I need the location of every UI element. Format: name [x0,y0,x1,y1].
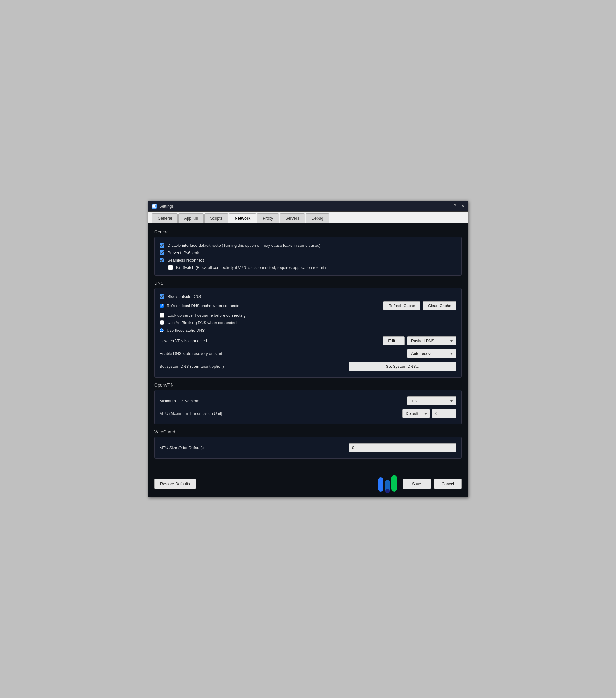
tls-version-label: Minimum TLS version: [159,399,199,403]
mtu-dropdown[interactable]: Default Custom [402,409,430,418]
refresh-dns-left: Refresh local DNS cache when connected [159,303,242,308]
dns-section-title: DNS [154,281,462,285]
tab-bar: General App Kill Scripts Network Proxy S… [148,212,468,223]
ad-blocking-dns-radio[interactable] [159,320,165,325]
title-bar-controls: ? × [454,203,464,209]
app-icon [152,204,157,209]
static-dns-label: Use these static DNS [167,328,205,333]
bottom-bar: Restore Defaults Save Cancel [148,470,468,497]
tab-app-kill[interactable]: App Kill [178,213,204,223]
tab-debug[interactable]: Debug [306,213,329,223]
lookup-hostname-row: Look up server hostname before connectin… [159,311,457,319]
dns-cache-buttons: Refresh Cache Clean Cache [383,301,457,310]
tab-servers[interactable]: Servers [280,213,305,223]
settings-window: Settings ? × General App Kill Scripts Ne… [148,200,468,498]
block-dns-label: Block outside DNS [168,294,201,299]
dns-recovery-label: Enable DNS state recovery on start [159,351,222,356]
edit-dns-button[interactable]: Edit ... [383,336,405,345]
when-connected-controls: Edit ... Pushed DNS Custom DNS 1 Custom … [383,336,457,345]
dns-recovery-dropdown[interactable]: Auto recover Manual Disabled [407,349,457,358]
tab-network[interactable]: Network [229,213,256,223]
block-dns-checkbox[interactable] [159,294,165,299]
static-dns-row: Use these static DNS [159,326,457,335]
when-connected-row: - when VPN is connected Edit ... Pushed … [159,335,457,347]
refresh-cache-button[interactable]: Refresh Cache [383,301,420,310]
mtu-controls: Default Custom [402,409,457,418]
wireguard-mtu-row: MTU Size (0 for Default): [159,442,457,454]
general-section-title: General [154,229,462,234]
svg-rect-1 [153,205,155,207]
ad-blocking-dns-row: Use Ad Blocking DNS when connected [159,319,457,326]
kill-switch-label: Kill Switch (Block all connectivity if V… [176,265,326,270]
title-bar-left: Settings [152,204,174,209]
wireguard-section-title: WireGuard [154,429,462,434]
help-button[interactable]: ? [454,203,457,209]
kill-switch-checkbox[interactable] [168,265,173,270]
disable-route-label: Disable interface default route (Turning… [168,243,320,248]
wireguard-section-box: MTU Size (0 for Default): [154,437,462,459]
tab-scripts[interactable]: Scripts [204,213,228,223]
cancel-button[interactable]: Cancel [434,479,462,489]
tls-version-dropdown[interactable]: 1.3 1.2 1.1 [407,396,457,405]
dns-recovery-row: Enable DNS state recovery on start Auto … [159,347,457,360]
dns-section-box: Block outside DNS Refresh local DNS cach… [154,288,462,378]
lookup-hostname-label: Look up server hostname before connectin… [168,313,246,318]
title-bar: Settings ? × [148,201,468,212]
block-outside-dns-row: Block outside DNS [159,293,457,300]
prevent-ipv6-row: Prevent IPv6 leak [159,249,457,256]
seamless-reconnect-label: Seamless reconnect [168,258,204,263]
general-section-box: Disable interface default route (Turning… [154,237,462,276]
bar-green [391,475,397,492]
static-dns-radio[interactable] [159,329,164,332]
when-connected-label: - when VPN is connected [162,338,207,343]
bottom-right: Save Cancel [378,474,462,493]
vpn-logo [378,474,400,493]
seamless-reconnect-row: Seamless reconnect [159,256,457,264]
openvpn-section-title: OpenVPN [154,382,462,388]
static-dns-left: Use these static DNS [159,328,205,333]
refresh-dns-checkbox[interactable] [159,304,164,308]
tab-proxy[interactable]: Proxy [257,213,279,223]
tab-general[interactable]: General [152,213,178,223]
mtu-row: MTU (Maximum Transmission Unit) Default … [159,407,457,420]
disable-route-checkbox[interactable] [159,243,165,248]
close-button[interactable]: × [461,203,464,209]
lookup-hostname-checkbox[interactable] [159,313,165,318]
seamless-reconnect-checkbox[interactable] [159,257,165,263]
clean-cache-button[interactable]: Clean Cache [423,301,457,310]
refresh-dns-row: Refresh local DNS cache when connected R… [159,300,457,311]
prevent-ipv6-checkbox[interactable] [159,250,165,255]
wireguard-mtu-input[interactable] [349,443,457,452]
refresh-dns-label: Refresh local DNS cache when connected [167,303,242,308]
window-title: Settings [159,204,174,209]
tls-version-row: Minimum TLS version: 1.3 1.2 1.1 [159,395,457,407]
ad-blocking-dns-label: Use Ad Blocking DNS when connected [168,320,237,325]
content-area: General Disable interface default route … [148,223,468,470]
mtu-input[interactable] [432,409,457,418]
openvpn-section-box: Minimum TLS version: 1.3 1.2 1.1 MTU (Ma… [154,390,462,424]
disable-route-row: Disable interface default route (Turning… [159,241,457,249]
prevent-ipv6-label: Prevent IPv6 leak [168,250,199,255]
pushed-dns-dropdown[interactable]: Pushed DNS Custom DNS 1 Custom DNS 2 [407,336,457,345]
save-button[interactable]: Save [403,479,431,489]
set-system-dns-button[interactable]: Set System DNS... [349,362,457,371]
restore-defaults-button[interactable]: Restore Defaults [154,479,196,489]
system-dns-row: Set system DNS (permanent option) Set Sy… [159,360,457,373]
kill-switch-row: Kill Switch (Block all connectivity if V… [159,264,457,271]
bar-blue [378,477,383,492]
mtu-label: MTU (Maximum Transmission Unit) [159,411,222,416]
wireguard-mtu-label: MTU Size (0 for Default): [159,445,204,450]
bar-dark-blue [385,480,390,492]
system-dns-label: Set system DNS (permanent option) [159,364,224,369]
